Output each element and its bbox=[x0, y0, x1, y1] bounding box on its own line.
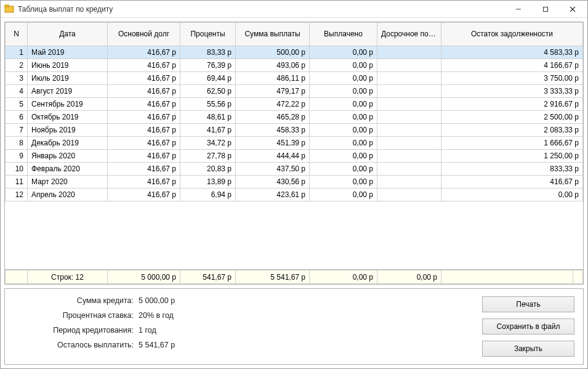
cell-principal: 416,67 р bbox=[108, 98, 180, 111]
totals-principal: 5 000,00 р bbox=[108, 270, 180, 284]
table-row[interactable]: 5Сентябрь 2019416,67 р55,56 р472,22 р0,0… bbox=[6, 98, 583, 111]
cell-interest: 6,94 р bbox=[180, 189, 236, 201]
table-row[interactable]: 10Февраль 2020416,67 р20,83 р437,50 р0,0… bbox=[6, 163, 583, 176]
cell-date: Декабрь 2019 bbox=[28, 137, 108, 150]
remaining-value: 5 541,67 р bbox=[139, 341, 470, 349]
svg-rect-3 bbox=[544, 7, 548, 11]
cell-n: 10 bbox=[6, 163, 28, 176]
period-label: Период кредитования: bbox=[32, 326, 134, 335]
col-payment[interactable]: Сумма выплаты bbox=[236, 23, 310, 46]
col-date[interactable]: Дата bbox=[28, 23, 108, 46]
table-row[interactable]: 8Декабрь 2019416,67 р34,72 р451,39 р0,00… bbox=[6, 137, 583, 150]
cell-date: Ноябрь 2019 bbox=[28, 124, 108, 137]
rate-value: 20% в год bbox=[139, 311, 470, 320]
grid-footer: Строк: 12 5 000,00 р 541,67 р 5 541,67 р… bbox=[5, 269, 583, 284]
cell-early bbox=[377, 137, 441, 150]
cell-balance: 4 583,33 р bbox=[441, 46, 583, 59]
cell-n: 7 bbox=[6, 124, 28, 137]
cell-n: 3 bbox=[6, 72, 28, 85]
maximize-button[interactable] bbox=[532, 1, 559, 17]
col-interest[interactable]: Проценты bbox=[180, 23, 236, 46]
totals-rows: Строк: 12 bbox=[28, 270, 108, 284]
totals-row: Строк: 12 5 000,00 р 541,67 р 5 541,67 р… bbox=[6, 270, 583, 284]
table-row[interactable]: 7Ноябрь 2019416,67 р41,67 р458,33 р0,00 … bbox=[6, 124, 583, 137]
cell-paid: 0,00 р bbox=[310, 111, 377, 124]
cell-balance: 2 083,33 р bbox=[441, 124, 583, 137]
cell-interest: 27,78 р bbox=[180, 150, 236, 163]
cell-early bbox=[377, 163, 441, 176]
col-paid[interactable]: Выплачено bbox=[310, 23, 377, 46]
cell-balance: 2 500,00 р bbox=[441, 111, 583, 124]
cell-interest: 34,72 р bbox=[180, 137, 236, 150]
cell-n: 12 bbox=[6, 189, 28, 201]
col-early[interactable]: Досрочное погашение bbox=[377, 23, 441, 46]
cell-date: Июль 2019 bbox=[28, 72, 108, 85]
table-row[interactable]: 1Май 2019416,67 р83,33 р500,00 р0,00 р4 … bbox=[6, 46, 583, 59]
cell-interest: 41,67 р bbox=[180, 124, 236, 137]
cell-payment: 437,50 р bbox=[236, 163, 310, 176]
cell-early bbox=[377, 111, 441, 124]
cell-payment: 444,44 р bbox=[236, 150, 310, 163]
cell-paid: 0,00 р bbox=[310, 189, 377, 201]
summary-panel: Сумма кредита: 5 000,00 р Процентная ста… bbox=[4, 288, 584, 365]
col-n[interactable]: N bbox=[6, 23, 28, 46]
cell-payment: 465,28 р bbox=[236, 111, 310, 124]
totals-payment: 5 541,67 р bbox=[236, 270, 310, 284]
table-row[interactable]: 2Июнь 2019416,67 р76,39 р493,06 р0,00 р4… bbox=[6, 59, 583, 72]
cell-n: 4 bbox=[6, 85, 28, 98]
payments-grid: N Дата Основной долг Проценты Сумма выпл… bbox=[4, 22, 584, 285]
totals-n bbox=[6, 270, 28, 284]
cell-interest: 62,50 р bbox=[180, 85, 236, 98]
cell-paid: 0,00 р bbox=[310, 98, 377, 111]
cell-interest: 13,89 р bbox=[180, 176, 236, 189]
col-principal[interactable]: Основной долг bbox=[108, 23, 180, 46]
cell-n: 11 bbox=[6, 176, 28, 189]
totals-balance bbox=[441, 270, 573, 284]
cell-paid: 0,00 р bbox=[310, 163, 377, 176]
content: N Дата Основной долг Проценты Сумма выпл… bbox=[1, 18, 587, 368]
close-button[interactable] bbox=[559, 1, 586, 17]
table-row[interactable]: 3Июль 2019416,67 р69,44 р486,11 р0,00 р3… bbox=[6, 72, 583, 85]
cell-n: 9 bbox=[6, 150, 28, 163]
cell-principal: 416,67 р bbox=[108, 189, 180, 201]
print-button[interactable]: Печать bbox=[482, 296, 574, 312]
minimize-button[interactable] bbox=[505, 1, 532, 17]
cell-early bbox=[377, 59, 441, 72]
table-row[interactable]: 4Август 2019416,67 р62,50 р479,17 р0,00 … bbox=[6, 85, 583, 98]
cell-payment: 423,61 р bbox=[236, 189, 310, 201]
remaining-label: Осталось выплатить: bbox=[32, 341, 134, 349]
cell-date: Июнь 2019 bbox=[28, 59, 108, 72]
table-row[interactable]: 12Апрель 2020416,67 р6,94 р423,61 р0,00 … bbox=[6, 189, 583, 201]
table-row[interactable]: 11Март 2020416,67 р13,89 р430,56 р0,00 р… bbox=[6, 176, 583, 189]
cell-balance: 1 250,00 р bbox=[441, 150, 583, 163]
cell-date: Август 2019 bbox=[28, 85, 108, 98]
cell-principal: 416,67 р bbox=[108, 72, 180, 85]
table-row[interactable]: 9Январь 2020416,67 р27,78 р444,44 р0,00 … bbox=[6, 150, 583, 163]
period-value: 1 год bbox=[139, 326, 470, 335]
close-dialog-button[interactable]: Закрыть bbox=[482, 341, 574, 357]
amount-value: 5 000,00 р bbox=[139, 296, 470, 305]
cell-principal: 416,67 р bbox=[108, 176, 180, 189]
cell-principal: 416,67 р bbox=[108, 124, 180, 137]
cell-balance: 3 750,00 р bbox=[441, 72, 583, 85]
cell-paid: 0,00 р bbox=[310, 85, 377, 98]
col-balance[interactable]: Остаток задолженности bbox=[441, 23, 583, 46]
cell-n: 1 bbox=[6, 46, 28, 59]
cell-balance: 2 916,67 р bbox=[441, 98, 583, 111]
totals-interest: 541,67 р bbox=[180, 270, 236, 284]
cell-date: Январь 2020 bbox=[28, 150, 108, 163]
svg-rect-1 bbox=[5, 5, 9, 7]
table-row[interactable]: 6Октябрь 2019416,67 р48,61 р465,28 р0,00… bbox=[6, 111, 583, 124]
save-button[interactable]: Сохранить в файл bbox=[482, 318, 574, 335]
cell-interest: 48,61 р bbox=[180, 111, 236, 124]
cell-n: 2 bbox=[6, 59, 28, 72]
cell-early bbox=[377, 176, 441, 189]
cell-paid: 0,00 р bbox=[310, 137, 377, 150]
cell-balance: 416,67 р bbox=[441, 176, 583, 189]
cell-date: Октябрь 2019 bbox=[28, 111, 108, 124]
grid-scroll[interactable]: N Дата Основной долг Проценты Сумма выпл… bbox=[5, 22, 583, 269]
totals-early: 0,00 р bbox=[377, 270, 441, 284]
cell-early bbox=[377, 124, 441, 137]
cell-early bbox=[377, 98, 441, 111]
cell-balance: 3 333,33 р bbox=[441, 85, 583, 98]
